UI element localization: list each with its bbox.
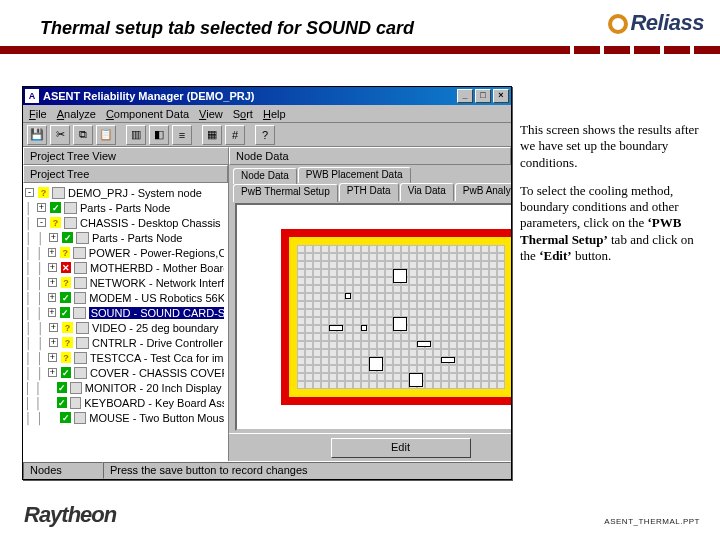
tree-row[interactable]: │+✓Parts - Parts Node [23, 200, 228, 215]
toolbar-calc-icon[interactable]: # [225, 125, 245, 145]
tree-expander[interactable]: + [49, 233, 58, 242]
tab-pwb-thermal-setup[interactable]: PwB Thermal Setup [233, 184, 338, 202]
tree-expander[interactable]: + [48, 248, 57, 257]
project-tree[interactable]: -?DEMO_PRJ - System node│+✓Parts - Parts… [23, 183, 228, 461]
tree-label: SOUND - SOUND CARD-SJ [89, 307, 224, 319]
tree-row[interactable]: ││+✓SOUND - SOUND CARD-SJ [23, 305, 228, 320]
titlebar[interactable]: A ASENT Reliability Manager (DEMO_PRJ) _… [23, 87, 511, 105]
menu-analyze[interactable]: Analyze [57, 108, 96, 120]
monitor-icon [70, 382, 82, 394]
tree-expander[interactable]: + [48, 263, 57, 272]
tree-expander[interactable]: + [48, 353, 57, 362]
pane-header-right: Node Data [229, 147, 511, 165]
component-icon[interactable] [345, 293, 351, 299]
toolbar-help-icon[interactable]: ? [255, 125, 275, 145]
pane-headers: Project Tree View Node Data [23, 147, 511, 165]
menu-view[interactable]: View [199, 108, 223, 120]
card-icon [74, 292, 86, 304]
edit-button[interactable]: Edit [331, 438, 471, 458]
tab-via-data[interactable]: Via Data [400, 183, 454, 201]
tab-node-data[interactable]: Node Data [233, 168, 297, 184]
mouse-icon [74, 412, 87, 424]
status-warn-icon: ? [38, 187, 49, 198]
tree-label: CHASSIS - Desktop Chassis [80, 217, 221, 229]
component-icon[interactable] [393, 317, 407, 331]
status-right: Press the save button to record changes [103, 462, 511, 479]
tree-row[interactable]: ││✓MONITOR - 20 Inch Display Mor [23, 380, 228, 395]
tree-expander[interactable]: - [37, 218, 46, 227]
status-ok-icon: ✓ [61, 367, 72, 378]
tree-row[interactable]: │-?CHASSIS - Desktop Chassis [23, 215, 228, 230]
toolbar-action1-icon[interactable]: ▥ [126, 125, 146, 145]
tree-expander[interactable]: + [48, 308, 57, 317]
tree-row[interactable]: ││+?POWER - Power-Regions,Co [23, 245, 228, 260]
node-pane: Node DataPWB Placement Data PwB Thermal … [229, 165, 511, 461]
menu-sort[interactable]: Sort [233, 108, 253, 120]
toolbar-save-icon[interactable]: 💾 [27, 125, 47, 145]
tree-label: NETWORK - Network Interfa [90, 277, 224, 289]
tree-row[interactable]: ││✓MOUSE - Two Button Mouse [23, 410, 228, 425]
parts-icon [64, 202, 77, 214]
tree-expander[interactable]: - [25, 188, 34, 197]
toolbar-action2-icon[interactable]: ◧ [149, 125, 169, 145]
tree-row[interactable]: ││+?CNTRLR - Drive Controller [23, 335, 228, 350]
tabs-row1: Node DataPWB Placement Data [229, 165, 511, 183]
minimize-button[interactable]: _ [457, 89, 473, 103]
toolbar-cut-icon[interactable]: ✂ [50, 125, 70, 145]
component-icon[interactable] [409, 373, 423, 387]
card-icon [76, 322, 89, 334]
tree-expander[interactable]: + [49, 323, 58, 332]
status-ok-icon: ✓ [60, 307, 70, 318]
status-warn-icon: ? [50, 217, 61, 228]
tree-row[interactable]: ││+✓Parts - Parts Node [23, 230, 228, 245]
tree-label: MONITOR - 20 Inch Display Mor [85, 382, 224, 394]
tree-expander[interactable]: + [48, 278, 57, 287]
tree-label: MOTHERBD - Mother Board [90, 262, 224, 274]
tree-row[interactable]: -?DEMO_PRJ - System node [23, 185, 228, 200]
component-icon[interactable] [393, 269, 407, 283]
tab-pwb-analysis-results[interactable]: PwB Analysis Results [455, 183, 511, 201]
keyboard-icon [70, 397, 82, 409]
toolbar-action4-icon[interactable]: ▦ [202, 125, 222, 145]
tree-row[interactable]: ││✓KEYBOARD - Key Board Assemt [23, 395, 228, 410]
cover-icon [74, 367, 87, 379]
tree-row[interactable]: ││+✓MODEM - US Robotics 56K I [23, 290, 228, 305]
toolbar-action3-icon[interactable]: ≡ [172, 125, 192, 145]
tab-pwb-placement-data[interactable]: PWB Placement Data [298, 167, 411, 183]
tree-row[interactable]: ││+✓COVER - CHASSIS COVER [23, 365, 228, 380]
tree-label: VIDEO - 25 deg boundary [92, 322, 219, 334]
pwb-thermal-canvas[interactable] [235, 203, 511, 431]
status-ok-icon: ✓ [60, 292, 70, 303]
tree-row[interactable]: ││+?NETWORK - Network Interfa [23, 275, 228, 290]
tree-row[interactable]: ││+?VIDEO - 25 deg boundary [23, 320, 228, 335]
maximize-button[interactable]: □ [475, 89, 491, 103]
side-p2: To select the cooling method, boundary c… [520, 183, 708, 264]
tab-pth-data[interactable]: PTH Data [339, 183, 399, 201]
tree-expander[interactable]: + [37, 203, 46, 212]
tree-row[interactable]: ││+?TESTCCA - Test Cca for imp [23, 350, 228, 365]
component-icon[interactable] [417, 341, 431, 347]
tree-expander[interactable]: + [48, 293, 57, 302]
component-icon[interactable] [329, 325, 343, 331]
menubar: File Analyze Component Data View Sort He… [23, 105, 511, 123]
tree-expander[interactable]: + [49, 338, 58, 347]
app-window: A ASENT Reliability Manager (DEMO_PRJ) _… [22, 86, 512, 480]
component-icon[interactable] [361, 325, 367, 331]
menu-file[interactable]: File [29, 108, 47, 120]
tree-expander[interactable]: + [48, 368, 57, 377]
status-warn-icon: ? [60, 247, 70, 258]
toolbar: 💾 ✂ ⧉ 📋 ▥ ◧ ≡ ▦ # ? [23, 123, 511, 147]
component-icon[interactable] [369, 357, 383, 371]
tree-row[interactable]: ││+✕MOTHERBD - Mother Board [23, 260, 228, 275]
parts-icon [76, 232, 89, 244]
toolbar-copy-icon[interactable]: ⧉ [73, 125, 93, 145]
menu-component-data[interactable]: Component Data [106, 108, 189, 120]
close-button[interactable]: × [493, 89, 509, 103]
tabs-row2: PwB Thermal SetupPTH DataVia DataPwB Ana… [229, 183, 511, 201]
tree-label: DEMO_PRJ - System node [68, 187, 202, 199]
component-icon[interactable] [441, 357, 455, 363]
toolbar-paste-icon[interactable]: 📋 [96, 125, 116, 145]
slide-title: Thermal setup tab selected for SOUND car… [40, 18, 414, 39]
tree-label: MOUSE - Two Button Mouse [89, 412, 224, 424]
menu-help[interactable]: Help [263, 108, 286, 120]
